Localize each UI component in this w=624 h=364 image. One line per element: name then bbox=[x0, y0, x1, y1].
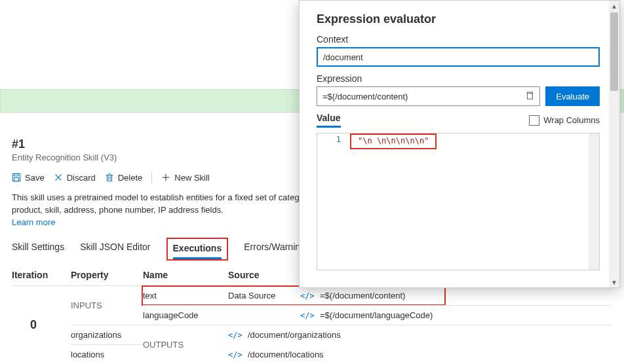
table-row[interactable]: text Data Source </> =$(/document/conten… bbox=[143, 285, 612, 305]
wrap-columns-label: Wrap Columns bbox=[543, 115, 600, 125]
context-input[interactable]: /document bbox=[317, 47, 600, 67]
iteration-value: 0 bbox=[12, 285, 71, 364]
scroll-thumb[interactable] bbox=[610, 12, 618, 91]
code-icon[interactable]: </> bbox=[228, 331, 248, 340]
row-source: Data Source bbox=[228, 291, 300, 300]
row-name: text bbox=[143, 291, 228, 300]
row-name: languageCode bbox=[143, 310, 228, 320]
table-row[interactable]: locations </> /document/locations bbox=[71, 344, 143, 364]
learn-more-link[interactable]: Learn more bbox=[12, 217, 55, 227]
value-scrollbar[interactable] bbox=[589, 134, 599, 270]
expression-label: Expression bbox=[317, 73, 600, 84]
row-path: /document/organizations bbox=[248, 330, 418, 340]
discard-label: Discard bbox=[67, 173, 96, 183]
new-skill-button[interactable]: New Skill bbox=[161, 173, 209, 183]
save-button[interactable]: Save bbox=[12, 173, 45, 183]
context-value: /document bbox=[323, 52, 363, 62]
value-content[interactable]: "\n \n\n\n\n\n" bbox=[346, 134, 440, 270]
tab-executions[interactable]: Executions bbox=[173, 239, 222, 259]
expression-evaluator-popover: Expression evaluator Context /document E… bbox=[299, 0, 620, 288]
new-skill-label: New Skill bbox=[174, 173, 209, 183]
col-iteration: Iteration bbox=[12, 270, 71, 280]
scroll-down-icon[interactable]: ▼ bbox=[609, 277, 619, 287]
discard-button[interactable]: Discard bbox=[54, 173, 96, 183]
value-output-box: 1 "\n \n\n\n\n\n" bbox=[317, 133, 600, 270]
col-name: Name bbox=[143, 270, 228, 280]
row-name: locations bbox=[71, 350, 156, 359]
svg-rect-5 bbox=[107, 175, 111, 181]
toolbar-divider bbox=[151, 172, 152, 183]
copy-icon[interactable] bbox=[525, 91, 534, 102]
tab-json-editor[interactable]: Skill JSON Editor bbox=[80, 238, 150, 261]
plus-icon bbox=[161, 173, 170, 182]
scroll-up-icon[interactable]: ▲ bbox=[609, 1, 619, 11]
value-text-highlight: "\n \n\n\n\n\n" bbox=[350, 134, 437, 149]
code-icon[interactable]: </> bbox=[300, 291, 320, 300]
context-label: Context bbox=[317, 34, 600, 45]
svg-rect-12 bbox=[528, 93, 533, 99]
evaluate-button[interactable]: Evaluate bbox=[545, 86, 600, 106]
trash-icon bbox=[105, 173, 114, 182]
close-icon bbox=[54, 173, 63, 182]
col-property: Property bbox=[71, 270, 143, 280]
popover-title: Expression evaluator bbox=[317, 12, 600, 26]
tab-skill-settings[interactable]: Skill Settings bbox=[12, 238, 64, 261]
code-icon[interactable]: </> bbox=[300, 311, 320, 320]
delete-label: Delete bbox=[118, 173, 143, 183]
row-path: =$(/document/languageCode) bbox=[320, 310, 490, 320]
delete-button[interactable]: Delete bbox=[105, 173, 143, 183]
row-path: =$(/document/content) bbox=[320, 291, 490, 300]
col-source: Source bbox=[228, 270, 300, 280]
row-path: /document/locations bbox=[248, 350, 418, 359]
save-label: Save bbox=[25, 173, 45, 183]
expression-value: =$(/document/content) bbox=[322, 92, 408, 101]
property-inputs: INPUTS bbox=[71, 285, 143, 325]
line-gutter: 1 bbox=[317, 134, 346, 270]
code-icon[interactable]: </> bbox=[228, 350, 248, 359]
line-number: 1 bbox=[336, 135, 341, 144]
wrap-columns-toggle[interactable]: Wrap Columns bbox=[529, 115, 600, 126]
save-icon bbox=[12, 173, 21, 182]
table-row[interactable]: languageCode </> =$(/document/languageCo… bbox=[143, 305, 612, 325]
tab-executions-highlight: Executions bbox=[166, 238, 229, 261]
svg-rect-2 bbox=[14, 177, 19, 181]
expression-input[interactable]: =$(/document/content) bbox=[317, 86, 540, 106]
value-tab[interactable]: Value bbox=[317, 113, 341, 128]
table-row[interactable]: organizations </> /document/organization… bbox=[71, 325, 143, 344]
row-name: organizations bbox=[71, 330, 156, 340]
checkbox-icon bbox=[529, 115, 539, 126]
popover-scrollbar[interactable]: ▲ ▼ bbox=[609, 1, 619, 287]
svg-rect-1 bbox=[14, 173, 18, 176]
